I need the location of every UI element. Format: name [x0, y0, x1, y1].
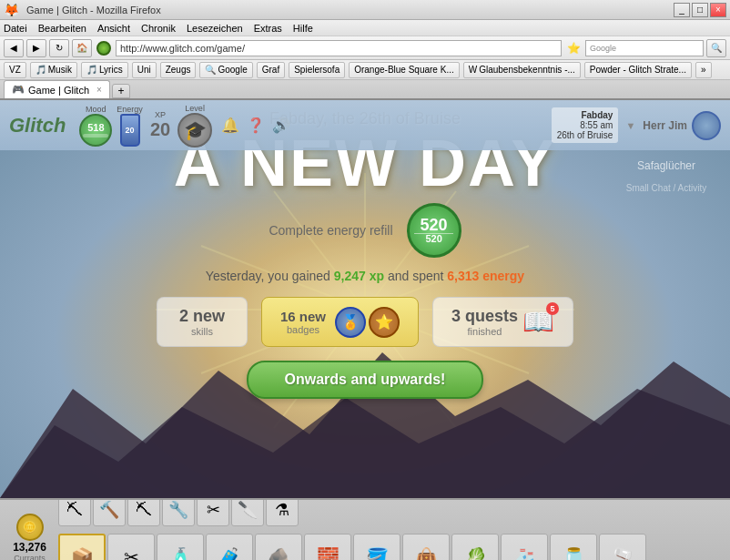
energy-value: 20	[126, 126, 135, 135]
level-icon: 🎓	[177, 113, 212, 148]
quests-number: 3 quests	[451, 307, 518, 326]
tool-slot-4[interactable]: 🔧	[162, 498, 195, 526]
inv-slot-11[interactable]: 🫙 10/16	[550, 534, 597, 560]
inv-slot-1[interactable]: 📦	[58, 534, 106, 560]
currency-label: Currants	[14, 554, 46, 561]
currency-amount: 13,276	[13, 541, 46, 554]
inv-slot-5[interactable]: 🪨 10/16	[255, 534, 302, 560]
greeting-arrow: Herr Jim	[643, 119, 687, 132]
bookmark-powder[interactable]: Powder - Glitch Strate...	[584, 62, 692, 78]
quests-text: 3 quests finished	[451, 307, 518, 337]
tool-slot-1[interactable]: ⛏	[58, 498, 91, 526]
tab-game-glitch[interactable]: 🎮 Game | Glitch ×	[4, 80, 110, 98]
window-controls: _ □ ×	[674, 3, 726, 17]
inv-slot-12[interactable]: 🫗 10/16	[599, 534, 646, 560]
bookmarks-bar: VZ 🎵 Musik 🎵 Lyrics Uni Zeugs 🔍 Google G…	[0, 60, 730, 80]
xp-value: 20	[150, 119, 170, 140]
badge-icon-1: 🏅	[335, 307, 366, 338]
inv-slot-10[interactable]: 🧦 10/16	[501, 534, 548, 560]
onwards-button[interactable]: Onwards and upwards!	[247, 361, 484, 399]
bookmark-vz[interactable]: VZ	[4, 62, 26, 78]
user-greeting: Herr Jim	[643, 111, 721, 140]
bookmark-lyrics[interactable]: 🎵 Lyrics	[81, 62, 128, 78]
inv-slot-4[interactable]: 🧳 10/16	[206, 534, 253, 560]
sidebar: Safaglücher Small Chat / Activity	[603, 150, 730, 498]
reload-button[interactable]: ↻	[49, 39, 69, 57]
xp-label: XP	[155, 110, 166, 119]
inv-slot-8[interactable]: 👜 10/16	[402, 534, 450, 560]
bookmark-star[interactable]: ⭐	[564, 40, 583, 56]
badges-label: badges	[280, 324, 326, 335]
tool-slot-7[interactable]: ⚗	[266, 498, 299, 526]
bookmark-uni[interactable]: Uni	[132, 62, 157, 78]
minimize-button[interactable]: _	[674, 3, 690, 17]
help-icon[interactable]: ❓	[247, 117, 265, 134]
mood-section: Mood 518	[79, 105, 112, 147]
window-title: Game | Glitch - Mozilla Firefox	[26, 5, 161, 15]
mood-value: 518	[87, 122, 104, 133]
tool-slot-6[interactable]: 🔪	[231, 498, 264, 526]
tool-slots: ⛏ 🔨 ⛏ 🔧 ✂ 🔪 ⚗	[58, 498, 646, 528]
google-icon	[96, 41, 111, 56]
bookmarks-more[interactable]: »	[695, 62, 712, 78]
badges-stat-box: 16 new badges 🏅 ⭐	[261, 297, 419, 347]
bookmark-glaubens[interactable]: W Glaubensbekenntnis -...	[463, 62, 581, 78]
tab-label: Game | Glitch	[28, 85, 89, 96]
inventory-bar: 🪙 13,276 Currants ⛏ 🔨 ⛏ 🔧 ✂ 🔪 ⚗ 📦 ✂ 10/1…	[0, 498, 730, 560]
search-box[interactable]: Google	[585, 40, 704, 56]
tool-slot-5[interactable]: ✂	[197, 498, 229, 526]
quests-stat-box: 3 quests finished 📖 5	[432, 297, 573, 347]
tool-slot-3[interactable]: ⛏	[127, 498, 160, 526]
navigation-toolbar: ◀ ▶ ↻ 🏠 http://www.glitch.com/game/ ⭐ Go…	[0, 36, 730, 60]
badge-icon-2: ⭐	[369, 307, 400, 338]
badges-text-section: 16 new badges	[280, 309, 326, 335]
menu-bar: Datei Bearbeiten Ansicht Chronik Lesezei…	[0, 20, 730, 36]
quests-label: finished	[451, 326, 518, 337]
user-avatar[interactable]	[692, 111, 721, 140]
skills-number: 2 new	[176, 307, 228, 326]
bookmark-google[interactable]: 🔍 Google	[199, 62, 252, 78]
level-label: Level	[185, 104, 205, 113]
mood-bar	[83, 134, 108, 137]
bookmark-zeugs[interactable]: Zeugs	[160, 62, 197, 78]
inv-slot-7[interactable]: 🪣 10/16	[353, 534, 400, 560]
inv-slot-6[interactable]: 🧱 10/16	[304, 534, 351, 560]
menu-chronik[interactable]: Chronik	[141, 23, 176, 34]
bookmark-spielersofa[interactable]: Spielersofa	[289, 62, 345, 78]
inv-slot-3[interactable]: 🧴 10/16	[157, 534, 204, 560]
xp-gained-line: Yesterday, you gained 9,247 xp and spent…	[206, 269, 524, 283]
new-tab-button[interactable]: +	[112, 84, 130, 98]
bookmark-graf[interactable]: Graf	[257, 62, 285, 78]
back-button[interactable]: ◀	[4, 39, 24, 57]
sound-icon[interactable]: 🔊	[272, 117, 290, 134]
energy-flask: 20	[120, 114, 140, 147]
energy-label: Energy	[117, 105, 143, 114]
skills-label: skills	[176, 326, 228, 337]
tab-close-icon[interactable]: ×	[96, 85, 102, 95]
inv-slot-2[interactable]: ✂ 10/16	[107, 534, 155, 560]
dropdown-icon[interactable]: ▼	[625, 120, 635, 131]
menu-lesezeichen[interactable]: Lesezeichen	[187, 23, 243, 34]
fab-label: Fabday	[557, 110, 613, 120]
address-bar[interactable]: http://www.glitch.com/game/	[116, 40, 562, 56]
menu-extras[interactable]: Extras	[254, 23, 282, 34]
menu-hilfe[interactable]: Hilfe	[293, 23, 313, 34]
close-button[interactable]: ×	[710, 3, 726, 17]
google-search-label: Google	[590, 44, 616, 53]
forward-button[interactable]: ▶	[26, 39, 46, 57]
menu-ansicht[interactable]: Ansicht	[97, 23, 130, 34]
inv-slot-9[interactable]: 🥬 10/16	[451, 534, 499, 560]
search-button[interactable]: 🔍	[706, 39, 726, 57]
restore-button[interactable]: □	[692, 3, 708, 17]
home-button[interactable]: 🏠	[72, 39, 92, 57]
bookmark-orange-blue[interactable]: Orange-Blue Square K...	[349, 62, 460, 78]
tool-slot-2[interactable]: 🔨	[93, 498, 126, 526]
quests-content: 3 quests finished 📖 5	[451, 307, 554, 337]
level-section: Level 🎓	[177, 104, 212, 148]
menu-datei[interactable]: Datei	[4, 23, 27, 34]
energy-bottom-value: 520	[414, 233, 453, 244]
menu-bearbeiten[interactable]: Bearbeiten	[38, 23, 86, 34]
bookmark-musik[interactable]: 🎵 Musik	[30, 62, 77, 78]
speaker-icon[interactable]: 🔔	[221, 117, 239, 134]
book-icon: 📖 5	[522, 307, 554, 337]
